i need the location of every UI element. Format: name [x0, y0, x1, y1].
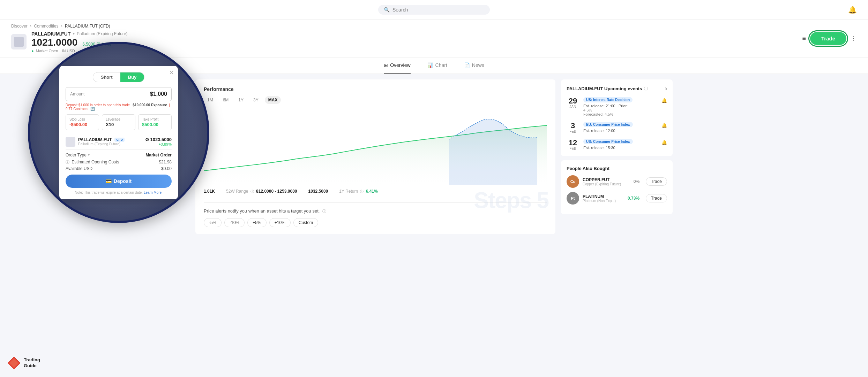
event-day-1: 29 [567, 97, 579, 105]
search-icon: 🔍 [384, 7, 390, 13]
est-opening-row: ⓘ Estimated Opening Costs $21.98 [66, 160, 172, 165]
event-forecast-1: Forecasted: 4.5% [583, 112, 667, 116]
leverage-label: Leverage [106, 117, 132, 121]
pab-card: People Also Bought Cu COPPER.FUT Copper … [561, 160, 673, 214]
search-bar[interactable]: 🔍 [378, 5, 490, 15]
bell-icon[interactable]: 🔔 [848, 6, 857, 14]
order-type-text: Order Type [66, 153, 87, 157]
tab-news[interactable]: 📄 News [464, 57, 484, 74]
header-actions: ≡ Trade ⋮ [802, 32, 857, 45]
event-date-3: 12 FEB [567, 139, 579, 151]
chart-stats: 1.01K 52W Range ⓘ 812.0000 - 1253.0000 1… [204, 189, 547, 194]
modal-asset-price: Ø 1023.5000 [145, 137, 172, 142]
stat-52w-label: 52W Range [226, 189, 248, 194]
event-bell-2[interactable]: 🔔 [661, 123, 667, 128]
event-est-2: Est. release: 12:00 [583, 129, 667, 133]
events-card: PALLADIUM.FUT Upcoming events ⓘ › 29 JAN… [561, 79, 673, 156]
tf-3y[interactable]: 3Y [250, 96, 262, 104]
breadcrumb: Discover › Commodities › PALLADIUM.FUT (… [11, 24, 128, 29]
pab-trade-platinum[interactable]: Trade [646, 194, 667, 202]
breadcrumb-discover[interactable]: Discover [11, 24, 28, 29]
sl-tp-row: Stop Loss -$500.00 Leverage X10 Take Pro… [66, 114, 172, 130]
search-input[interactable] [392, 7, 484, 13]
modal-asset-change: +0.89% [145, 142, 172, 146]
stop-loss-label: Stop Loss [69, 117, 95, 121]
event-item-3: 12 FEB US: Consumer Price Index 🔔 Est. r… [567, 139, 667, 151]
tf-1y[interactable]: 1Y [235, 96, 247, 104]
event-bell-3[interactable]: 🔔 [661, 140, 667, 145]
event-tag-2: EU: Consumer Price Index [583, 122, 633, 127]
asset-ticker-line: PALLADIUM.FUT • Palladium (Expiring Futu… [31, 31, 128, 37]
alert-plus5[interactable]: +5% [247, 218, 266, 227]
pab-sub-copper: Copper (Expiring Future) [583, 182, 630, 186]
available-usd-row: Available USD $0.00 [66, 166, 172, 171]
modal-tab-buy[interactable]: Buy [120, 72, 145, 82]
available-label: Available USD [66, 166, 92, 171]
stat-52w-value: 812.0000 - 1253.0000 [256, 189, 297, 194]
alert-plus10[interactable]: +10% [269, 218, 291, 227]
deposit-note: Deposit $1,000 in order to open this tra… [66, 103, 172, 111]
tab-overview-label: Overview [390, 62, 410, 68]
available-value: $0.00 [161, 166, 172, 171]
alert-custom[interactable]: Custom [293, 218, 318, 227]
pab-logo-platinum-text: Pt [571, 196, 575, 200]
event-date-1: 29 JAN [567, 97, 579, 109]
event-month-1: JAN [567, 105, 579, 109]
pab-logo-copper-text: Cu [570, 179, 576, 184]
stat-price2-value: 1032.5000 [308, 189, 328, 194]
order-type-caret: ▾ [88, 153, 90, 157]
trade-button[interactable]: Trade [810, 32, 846, 45]
alert-minus10[interactable]: -10% [224, 218, 245, 227]
event-date-2: 3 FEB [567, 122, 579, 133]
leverage-value: X10 [106, 122, 132, 127]
event-bell-1[interactable]: 🔔 [661, 98, 667, 103]
main-content: Performance 1M 6M 1Y 3Y MAX [190, 74, 678, 240]
stat-1y-value: 6.41% [366, 189, 378, 194]
pab-item-1: Cu COPPER.FUT Copper (Expiring Future) 0… [567, 175, 667, 188]
event-tag-3: US: Consumer Price Index [583, 139, 633, 144]
learn-more-link[interactable]: Learn More. [144, 191, 163, 194]
asset-dot: • [73, 31, 75, 37]
stop-loss-box[interactable]: Stop Loss -$500.00 [66, 114, 99, 130]
events-nav-next[interactable]: › [665, 85, 667, 92]
order-type-label[interactable]: Order Type ▾ [66, 153, 90, 157]
event-month-2: FEB [567, 130, 579, 133]
tab-overview[interactable]: ⊞ Overview [384, 57, 410, 74]
asset-ticker: PALLADIUM.FUT [31, 31, 71, 37]
asset-logo-inner [14, 37, 24, 47]
event-item-1: 29 JAN US: Interest Rate Decision 🔔 Est.… [567, 97, 667, 116]
tab-chart[interactable]: 📊 Chart [427, 57, 447, 74]
events-title: PALLADIUM.FUT Upcoming events [567, 86, 642, 91]
tf-6m[interactable]: 6M [219, 96, 232, 104]
asset-logo [11, 34, 27, 49]
event-month-3: FEB [567, 147, 579, 151]
take-profit-box[interactable]: Take Profit $500.00 [138, 114, 172, 130]
pab-title: People Also Bought [567, 166, 667, 171]
modal-note: Note: This trade will expire at a certai… [66, 191, 172, 194]
more-button[interactable]: ⋮ [851, 34, 857, 42]
modal-close-button[interactable]: ✕ [169, 69, 174, 76]
event-day-3: 12 [567, 139, 579, 147]
breadcrumb-commodities[interactable]: Commodities [34, 24, 58, 29]
pab-logo-platinum: Pt [567, 192, 579, 205]
est-opening-label: ⓘ Estimated Opening Costs [66, 160, 119, 165]
event-tag-1: US: Interest Rate Decision [583, 97, 633, 102]
leverage-box[interactable]: Leverage X10 [102, 114, 135, 130]
menu-button[interactable]: ≡ [802, 35, 806, 42]
pab-item-2: Pt PLATINUM Platinum (Non Exp...) 0.73% … [567, 192, 667, 205]
performance-chart [204, 108, 547, 185]
deposit-button[interactable]: 💳 Deposit [66, 175, 172, 188]
modal-asset-sub: Palladium (Expiring Future) [78, 142, 125, 146]
amount-field[interactable]: Amount $1,000 [66, 87, 172, 101]
pab-trade-copper[interactable]: Trade [646, 177, 667, 186]
tf-max[interactable]: MAX [265, 96, 281, 104]
time-filters: 1M 6M 1Y 3Y MAX [204, 96, 547, 104]
asset-full-name: Palladium (Expiring Future) [77, 31, 127, 36]
chart-icon: 📊 [427, 62, 433, 68]
modal-tabs: Short Buy [66, 72, 172, 82]
amount-label: Amount [70, 92, 84, 97]
left-panel: Performance 1M 6M 1Y 3Y MAX [195, 79, 555, 234]
chart-area [204, 108, 547, 185]
modal-tab-short[interactable]: Short [93, 72, 120, 82]
pab-info-copper: COPPER.FUT Copper (Expiring Future) [583, 177, 630, 186]
